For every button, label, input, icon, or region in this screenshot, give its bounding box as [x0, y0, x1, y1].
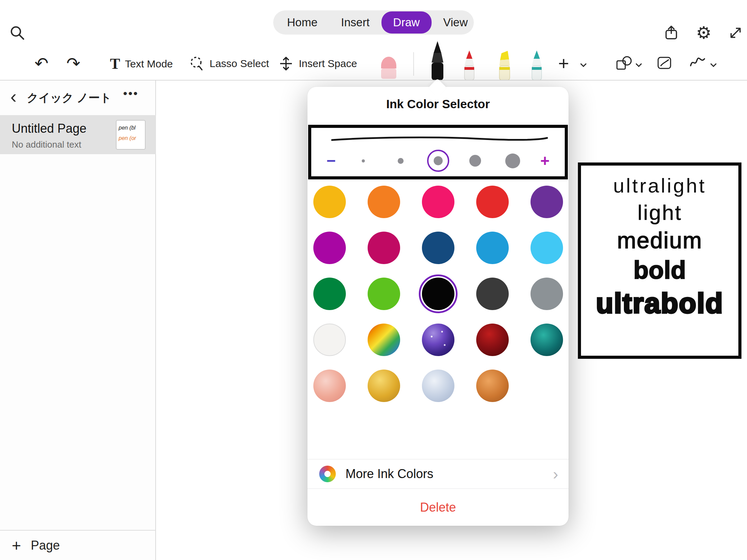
fullscreen-icon[interactable]: [727, 24, 744, 41]
add-page-plus-icon: +: [12, 536, 21, 555]
color-grid: [307, 186, 569, 402]
weight-sample-medium: medium: [617, 228, 702, 252]
insert-space-label: Insert Space: [299, 58, 357, 69]
add-pen-button[interactable]: +: [558, 53, 569, 74]
sidebar-header: ‹ クイック ノート •••: [0, 81, 155, 115]
color-swatch-rose-gold[interactable]: [313, 370, 346, 402]
shapes-icon[interactable]: [616, 55, 633, 71]
section-title: クイック ノート: [24, 90, 114, 106]
lasso-icon: [189, 56, 205, 72]
share-icon[interactable]: [663, 24, 680, 41]
thickness-dot-3[interactable]: [428, 151, 448, 170]
add-page-label: Page: [31, 538, 60, 553]
color-swatch-sky-blue[interactable]: [531, 232, 563, 264]
color-swatch-teal-marble[interactable]: [531, 324, 563, 356]
undo-icon[interactable]: ↶: [35, 54, 48, 73]
text-mode-label: Text Mode: [125, 58, 173, 70]
color-wheel-icon: [319, 466, 336, 482]
color-swatch-green[interactable]: [313, 278, 346, 310]
thickness-controls: − +: [311, 146, 565, 176]
yellow-highlighter-tool[interactable]: [493, 50, 516, 80]
settings-gear-icon[interactable]: ⚙: [695, 24, 712, 41]
color-swatch-magenta[interactable]: [313, 232, 346, 264]
color-swatch-red-marble[interactable]: [476, 324, 509, 356]
thickness-dot-2[interactable]: [391, 151, 411, 170]
weight-sample-light: light: [637, 201, 682, 224]
color-swatch-rose[interactable]: [422, 186, 454, 218]
page-title: Untitled Page: [12, 121, 86, 136]
ink-mode-icon[interactable]: [690, 56, 706, 69]
ribbon-tabs: HomeInsertDrawView: [273, 10, 474, 35]
color-swatch-gold[interactable]: [368, 370, 400, 402]
weight-sample-bold: bold: [634, 257, 686, 283]
color-swatch-purple[interactable]: [531, 186, 563, 218]
ink-color-selector-popup: Ink Color Selector − + More Ink Colors ›…: [307, 87, 569, 526]
insert-space-icon: [278, 56, 294, 72]
color-swatch-rainbow-glitter[interactable]: [368, 324, 400, 356]
thickness-dot-fill: [469, 155, 481, 167]
lasso-select-button[interactable]: Lasso Select: [189, 56, 269, 72]
thickness-selector: − +: [308, 125, 568, 179]
page-list-item[interactable]: Untitled Page No additional text pen (bl…: [0, 115, 156, 154]
thickness-decrease-button[interactable]: −: [326, 153, 336, 169]
thumbnail-text-line: pen (bl: [119, 123, 143, 133]
text-mode-icon: T: [110, 55, 120, 73]
color-swatch-dark-gray[interactable]: [476, 278, 509, 310]
stroke-preview: [331, 134, 548, 144]
tab-insert[interactable]: Insert: [329, 11, 381, 34]
insert-space-button[interactable]: Insert Space: [278, 56, 357, 72]
color-swatch-black[interactable]: [422, 278, 454, 310]
eraser-tool[interactable]: [378, 51, 400, 80]
thickness-dot-1[interactable]: [354, 151, 373, 170]
notebook-sidebar: ‹ クイック ノート ••• Untitled Page No addition…: [0, 81, 156, 560]
shapes-chevron-down-icon[interactable]: [635, 62, 643, 68]
popup-title: Ink Color Selector: [307, 97, 569, 111]
color-swatch-galaxy[interactable]: [422, 324, 454, 356]
thumbnail-text-line: pen (or: [119, 133, 143, 143]
tab-view[interactable]: View: [432, 11, 480, 34]
color-swatch-raspberry[interactable]: [368, 232, 400, 264]
color-swatch-orange[interactable]: [368, 186, 400, 218]
color-swatch-marigold[interactable]: [313, 186, 346, 218]
weight-sample-ultralight: ultralight: [613, 175, 706, 196]
color-swatch-red[interactable]: [476, 186, 509, 218]
search-icon[interactable]: [9, 25, 25, 41]
tab-draw[interactable]: Draw: [381, 11, 432, 34]
add-pen-chevron-down-icon[interactable]: [580, 62, 587, 68]
thickness-dot-fill: [362, 159, 365, 162]
color-swatch-lime-green[interactable]: [368, 278, 400, 310]
toolbar-separator: [413, 52, 414, 76]
red-pen-tool[interactable]: [458, 50, 481, 80]
back-chevron-icon[interactable]: ‹: [10, 85, 17, 108]
more-options-icon[interactable]: •••: [123, 87, 139, 100]
delete-button[interactable]: Delete: [307, 489, 569, 526]
black-pen-tool[interactable]: [426, 40, 449, 80]
color-swatch-copper[interactable]: [476, 370, 509, 402]
add-page-button[interactable]: + Page: [0, 531, 156, 560]
color-swatch-cerulean[interactable]: [476, 232, 509, 264]
thickness-dot-5[interactable]: [503, 151, 522, 170]
page-subtitle: No additional text: [12, 139, 81, 150]
tab-home[interactable]: Home: [275, 11, 329, 34]
color-swatch-dark-blue[interactable]: [422, 232, 454, 264]
color-swatch-white[interactable]: [313, 324, 346, 356]
redo-icon[interactable]: ↷: [66, 54, 80, 73]
more-ink-colors-label: More Ink Colors: [345, 467, 433, 481]
ink-mode-chevron-down-icon[interactable]: [710, 62, 717, 68]
thickness-dot-fill: [434, 156, 443, 165]
thickness-dot-fill: [505, 153, 520, 168]
stroke-weight-samples-box: ultralightlightmediumboldultrabold: [578, 162, 741, 359]
chevron-right-icon: ›: [553, 466, 558, 482]
text-mode-button[interactable]: T Text Mode: [110, 55, 173, 73]
color-swatch-gray[interactable]: [531, 278, 563, 310]
page-thumbnail: pen (bl pen (or: [116, 120, 146, 150]
lasso-select-label: Lasso Select: [210, 58, 269, 69]
top-bar: HomeInsertDrawView ⚙: [0, 0, 747, 46]
teal-pen-tool[interactable]: [525, 50, 548, 80]
ink-note-icon[interactable]: [656, 55, 674, 71]
more-ink-colors-button[interactable]: More Ink Colors ›: [307, 459, 569, 488]
thickness-dot-fill: [398, 158, 404, 164]
thickness-dot-4[interactable]: [465, 151, 485, 170]
thickness-increase-button[interactable]: +: [540, 153, 550, 169]
color-swatch-silver[interactable]: [422, 370, 454, 402]
